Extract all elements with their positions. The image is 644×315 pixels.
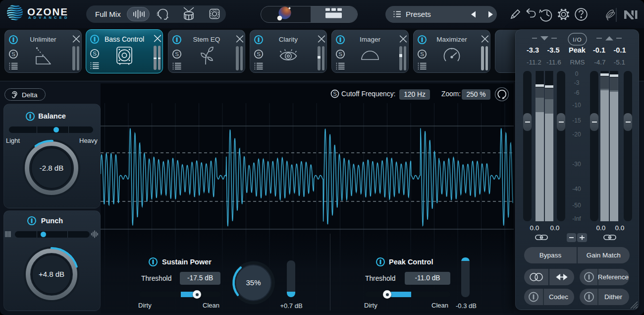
svg-text:S: S [93,51,97,57]
svg-text:S: S [333,91,337,97]
svg-text:35%: 35% [246,278,261,287]
svg-text:I/O: I/O [573,37,582,43]
svg-text:S: S [11,51,15,57]
svg-text:-2.8 dB: -2.8 dB [40,164,63,172]
svg-text:S: S [420,51,424,57]
svg-text:S: S [338,51,342,57]
svg-text:+4.8 dB: +4.8 dB [39,270,64,278]
svg-text:S: S [175,51,179,57]
svg-text:S: S [257,51,261,57]
